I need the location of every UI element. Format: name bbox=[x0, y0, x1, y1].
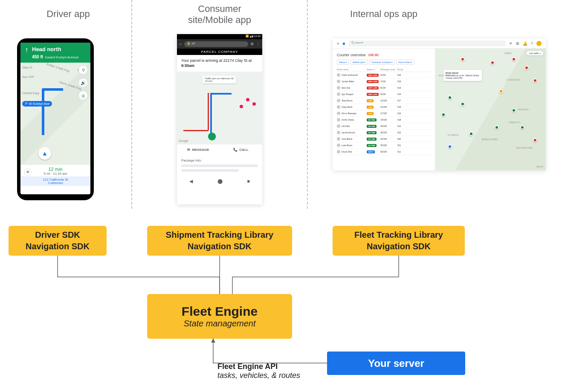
traffic-tooltip: Traffic jam on Harrison St +6 min bbox=[203, 76, 236, 84]
packages-done: 9/150 bbox=[380, 93, 397, 95]
recent-icon[interactable]: ■ bbox=[247, 179, 250, 184]
back-icon[interactable]: ◀ bbox=[189, 179, 193, 184]
packages-done: 7/150 bbox=[380, 80, 397, 83]
table-row[interactable]: Jamila WoodsON TIME40/150522 bbox=[337, 130, 431, 136]
avatar bbox=[337, 144, 340, 147]
message-icon: ✉ bbox=[187, 148, 190, 152]
column-header-driver: Driver app bbox=[26, 9, 111, 20]
table-row[interactable]: José BalvinON TIME42/150520 bbox=[337, 136, 431, 142]
column-header-ops: Internal ops app bbox=[337, 9, 431, 20]
avatar bbox=[337, 118, 340, 121]
packages-done: 17/150 bbox=[380, 112, 397, 115]
status-badge: ON TIME bbox=[367, 118, 377, 121]
filter-company[interactable]: Contractor Company ▾ bbox=[369, 60, 395, 65]
live-badge: LIVE: 341 bbox=[368, 53, 380, 57]
table-row[interactable]: Skip AllumsLATE13/150517 bbox=[337, 98, 431, 104]
avatar[interactable] bbox=[536, 41, 542, 46]
map-pin[interactable] bbox=[448, 95, 452, 100]
map-label: NUEVA bbox=[536, 165, 543, 168]
table-row[interactable]: Claire DuckworthVERY LATE5/150523 bbox=[337, 72, 431, 78]
map-pin[interactable] bbox=[495, 125, 499, 130]
status-badge: ON TIME bbox=[367, 125, 377, 128]
table-row[interactable]: Annie ChangON TIME19/150518 bbox=[337, 117, 431, 123]
next-stop: 112 California St 3 deliveries bbox=[20, 176, 90, 186]
driver-name: Lila Park bbox=[342, 125, 350, 127]
map-pin[interactable] bbox=[499, 89, 503, 93]
road-label: Glen Ct bbox=[22, 66, 32, 69]
filter-status[interactable]: Status ▾ bbox=[337, 60, 349, 65]
map-pin[interactable] bbox=[448, 144, 452, 149]
ops-map: Live traffic ● Road closedRoad closure o… bbox=[435, 49, 546, 170]
status-badge: VERY LATE bbox=[367, 86, 379, 89]
route-id: 520 bbox=[397, 138, 407, 140]
road-label: Sun VTP bbox=[22, 75, 34, 78]
destination-pin-icon: ⬤ bbox=[208, 131, 216, 141]
route-id: 522 bbox=[397, 131, 407, 134]
packages-done: 42/150 bbox=[380, 138, 397, 140]
table-header: Driver nameStatus ▾Packages doneRoute bbox=[337, 67, 431, 72]
table-row[interactable]: Luke BryanON TIME55/150521 bbox=[337, 142, 431, 149]
driver-name: Jordan Bakel bbox=[342, 80, 354, 83]
table-row[interactable]: Lila ParkON TIME35/150512 bbox=[337, 123, 431, 130]
map-pin[interactable] bbox=[520, 125, 524, 130]
browser-urlbar: ⌂ 🔒 url ⧉ ⋮ bbox=[177, 39, 262, 49]
map-label: NUÑEZ bbox=[504, 52, 512, 55]
tabs-icon[interactable]: ⧉ bbox=[251, 42, 253, 46]
route-id: 519 bbox=[397, 106, 407, 108]
route-id: 511 bbox=[397, 150, 407, 153]
table-row[interactable]: Jordan BakelVERY LATE7/150519 bbox=[337, 78, 431, 85]
map-pin[interactable] bbox=[461, 57, 465, 61]
route-id: 518 bbox=[397, 118, 407, 121]
table-row[interactable]: Dhruv BanerjeeLATE17/150516 bbox=[337, 110, 431, 117]
call-button[interactable]: 📞CALL bbox=[220, 144, 262, 155]
map-pin[interactable] bbox=[490, 61, 495, 65]
table-row[interactable]: Greg HatchLATE15/150519 bbox=[337, 104, 431, 110]
sound-icon[interactable]: 🔊 bbox=[78, 78, 88, 87]
map-pin[interactable] bbox=[512, 57, 516, 61]
packages-done: 56/150 bbox=[380, 150, 397, 153]
status-badge: ON TIME bbox=[367, 138, 377, 141]
map-pin[interactable] bbox=[512, 108, 516, 112]
table-row[interactable]: Igor ZhogoloVERY LATE9/150514 bbox=[337, 91, 431, 98]
apps-icon[interactable]: ⊞ bbox=[516, 41, 519, 46]
map-pin[interactable] bbox=[533, 138, 537, 142]
map-pin[interactable] bbox=[533, 78, 537, 83]
home-icon[interactable]: ⬤ bbox=[217, 179, 223, 184]
packages-done: 5/150 bbox=[380, 74, 397, 76]
driver-phone-mock: ↑ Head north 450 ft toward Evelyn Avenue… bbox=[17, 38, 94, 200]
help-icon[interactable]: ? bbox=[531, 41, 533, 46]
nav-distance: 450 ft bbox=[32, 55, 43, 59]
avatar bbox=[337, 105, 340, 109]
route-line bbox=[42, 88, 63, 135]
menu-icon[interactable]: ≡ bbox=[337, 41, 339, 46]
table-row[interactable]: Divya DharEARLY56/150511 bbox=[337, 149, 431, 155]
packages-done: 35/150 bbox=[380, 125, 397, 127]
menu-icon[interactable]: ⋮ bbox=[256, 42, 260, 46]
map-pin[interactable] bbox=[461, 102, 465, 106]
search-input[interactable]: 🔍 Search bbox=[349, 40, 506, 46]
close-icon[interactable]: ✕ bbox=[509, 41, 513, 46]
live-traffic-toggle[interactable]: Live traffic ● bbox=[527, 51, 543, 55]
divider bbox=[307, 0, 308, 209]
report-icon[interactable]: ◎ bbox=[78, 91, 88, 100]
map-label: VILLA ORTÚZAR bbox=[438, 74, 455, 77]
filter-hours[interactable]: Hours driven ▾ bbox=[396, 60, 414, 65]
avatar bbox=[337, 92, 340, 96]
filter-row: Status ▾ Vehicle type ▾ Contractor Compa… bbox=[337, 60, 431, 65]
filter-vehicle[interactable]: Vehicle type ▾ bbox=[351, 60, 368, 65]
driver-name: Jamila Woods bbox=[342, 131, 355, 134]
google-logo: Google bbox=[179, 139, 188, 142]
driver-name: Divya Dhar bbox=[342, 150, 352, 153]
search-icon[interactable]: ⚲ bbox=[78, 65, 88, 75]
map-pin[interactable] bbox=[469, 132, 473, 136]
table-row[interactable]: Sam DasVERY LATE8/150513 bbox=[337, 85, 431, 91]
route-id: 523 bbox=[397, 74, 407, 76]
map-pin[interactable] bbox=[524, 66, 529, 70]
bell-icon[interactable]: 🔔 bbox=[523, 41, 527, 46]
url-field[interactable]: 🔒 url bbox=[184, 41, 248, 47]
driver-name: Sam Das bbox=[342, 86, 351, 89]
map-pin[interactable] bbox=[441, 112, 446, 117]
home-icon[interactable]: ⌂ bbox=[180, 42, 182, 46]
close-icon[interactable]: ✕ bbox=[24, 168, 32, 176]
message-button[interactable]: ✉MESSAGE bbox=[177, 144, 220, 155]
